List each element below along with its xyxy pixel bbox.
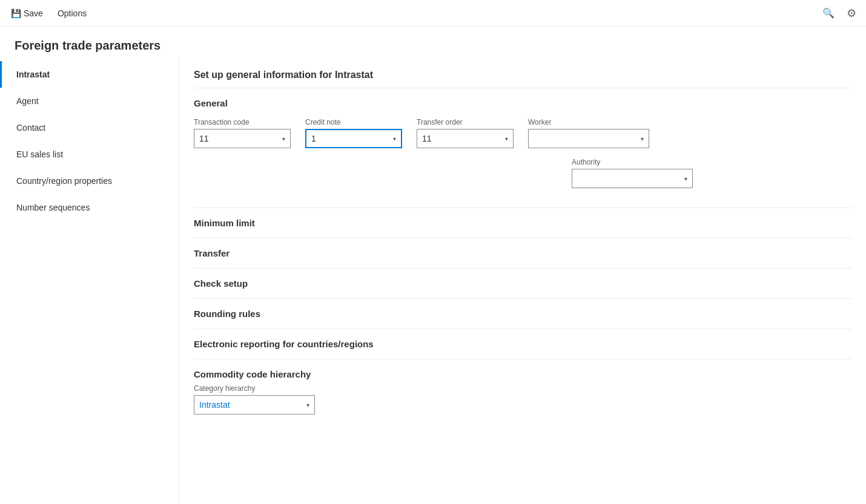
options-button[interactable]: Options	[51, 5, 93, 22]
section-heading: Set up general information for Intrastat	[194, 59, 851, 88]
search-area: 🔍	[818, 2, 839, 24]
commodity-code-title[interactable]: Commodity code hierarchy	[194, 369, 851, 379]
page-header: Foreign trade parameters	[0, 27, 866, 59]
minimum-limit-title[interactable]: Minimum limit	[194, 218, 851, 228]
transfer-section: Transfer	[194, 238, 851, 268]
general-fields-row: Transaction code 11 ▾ Credit note 1 ▾	[194, 113, 851, 158]
credit-note-value: 1	[311, 134, 316, 143]
transaction-code-value: 11	[199, 134, 209, 143]
sidebar-item-number-sequences[interactable]: Number sequences	[0, 194, 179, 221]
authority-label: Authority	[572, 158, 693, 166]
authority-row: Authority ▾	[194, 158, 851, 198]
transfer-order-chevron-icon: ▾	[505, 136, 508, 142]
page-body: Intrastat Agent Contact EU sales list Co…	[0, 59, 866, 504]
transaction-code-group: Transaction code 11 ▾	[194, 118, 291, 148]
rounding-rules-title[interactable]: Rounding rules	[194, 309, 851, 319]
sidebar-item-country-region[interactable]: Country/region properties	[0, 168, 179, 194]
main-content: Set up general information for Intrastat…	[179, 59, 866, 504]
commodity-fields-row: Category hierarchy Intrastat ▾	[194, 379, 851, 414]
credit-note-select[interactable]: 1 ▾	[305, 129, 402, 148]
authority-select[interactable]: ▾	[572, 169, 693, 188]
sidebar-item-intrastat[interactable]: Intrastat	[0, 61, 179, 88]
credit-note-group: Credit note 1 ▾	[305, 118, 402, 148]
options-label: Options	[58, 8, 87, 18]
sidebar-item-contact[interactable]: Contact	[0, 114, 179, 141]
category-hierarchy-value: Intrastat	[199, 400, 230, 410]
page-title: Foreign trade parameters	[15, 39, 851, 53]
commodity-code-section: Commodity code hierarchy Category hierar…	[194, 359, 851, 424]
category-hierarchy-label: Category hierarchy	[194, 384, 315, 393]
authority-chevron-icon: ▾	[684, 175, 687, 182]
electronic-reporting-title[interactable]: Electronic reporting for countries/regio…	[194, 339, 851, 349]
sidebar-item-eu-sales-list[interactable]: EU sales list	[0, 141, 179, 168]
transfer-order-label: Transfer order	[417, 118, 514, 126]
save-icon: 💾	[11, 8, 21, 18]
worker-group: Worker ▾	[528, 118, 649, 148]
credit-note-chevron-icon: ▾	[393, 136, 396, 142]
transfer-order-group: Transfer order 11 ▾	[417, 118, 514, 148]
save-label: Save	[24, 8, 43, 18]
worker-select[interactable]: ▾	[528, 129, 649, 148]
transfer-title[interactable]: Transfer	[194, 248, 851, 258]
category-hierarchy-select[interactable]: Intrastat ▾	[194, 395, 315, 414]
transaction-code-chevron-icon: ▾	[282, 136, 285, 142]
transaction-code-select[interactable]: 11 ▾	[194, 129, 291, 148]
worker-label: Worker	[528, 118, 649, 126]
sidebar: Intrastat Agent Contact EU sales list Co…	[0, 59, 179, 504]
search-icon[interactable]: 🔍	[818, 2, 839, 24]
check-setup-title[interactable]: Check setup	[194, 278, 851, 289]
minimum-limit-section: Minimum limit	[194, 208, 851, 238]
worker-chevron-icon: ▾	[641, 136, 644, 142]
transfer-order-select[interactable]: 11 ▾	[417, 129, 514, 148]
page: Foreign trade parameters Intrastat Agent…	[0, 27, 866, 504]
credit-note-label: Credit note	[305, 118, 402, 126]
settings-icon[interactable]: ⚙	[842, 2, 861, 25]
electronic-reporting-section: Electronic reporting for countries/regio…	[194, 329, 851, 359]
transfer-order-value: 11	[422, 134, 432, 143]
category-hierarchy-group: Category hierarchy Intrastat ▾	[194, 384, 315, 414]
authority-group: Authority ▾	[572, 158, 693, 188]
rounding-rules-section: Rounding rules	[194, 298, 851, 329]
category-hierarchy-chevron-icon: ▾	[306, 402, 309, 408]
toolbar: 💾 Save Options 🔍 ⚙	[0, 0, 866, 27]
transaction-code-label: Transaction code	[194, 118, 291, 126]
save-button[interactable]: 💾 Save	[5, 5, 49, 22]
sidebar-item-agent[interactable]: Agent	[0, 88, 179, 114]
general-title: General	[194, 88, 851, 113]
general-section: General Transaction code 11 ▾ Credit not…	[194, 88, 851, 208]
check-setup-section: Check setup	[194, 268, 851, 298]
